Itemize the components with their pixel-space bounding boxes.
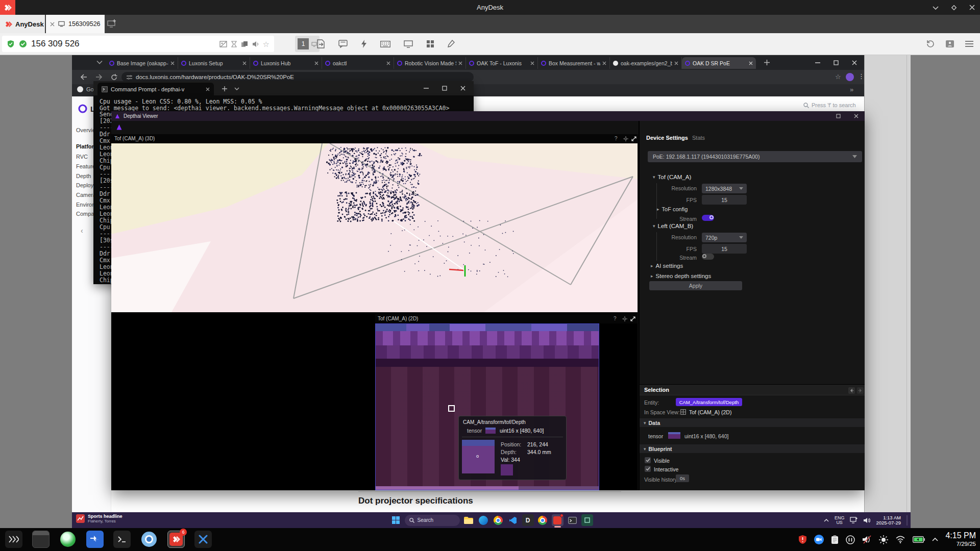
browser-close-icon[interactable] bbox=[852, 60, 857, 65]
host-battery-icon[interactable] bbox=[913, 536, 925, 543]
host-console[interactable] bbox=[113, 531, 131, 548]
tab-close-icon[interactable] bbox=[386, 61, 390, 65]
left-stream-toggle[interactable] bbox=[702, 254, 714, 260]
tray-clock-date[interactable]: 2025-07-29 bbox=[876, 520, 901, 525]
browser-tab[interactable]: Robotic Vision Made Simple bbox=[394, 57, 466, 69]
apply-button[interactable]: Apply bbox=[649, 281, 742, 290]
ai-settings-expander[interactable]: ▸ AI settings bbox=[651, 263, 683, 269]
tab-close-icon[interactable] bbox=[170, 61, 175, 65]
taskbar-d-app[interactable]: D bbox=[522, 514, 534, 526]
tab-close-icon[interactable] bbox=[458, 61, 462, 65]
host-x-app[interactable] bbox=[194, 531, 212, 548]
terminal-new-tab-icon[interactable] bbox=[222, 86, 227, 91]
taskbar-active-red-app[interactable] bbox=[552, 514, 564, 526]
panel-expand-icon[interactable] bbox=[630, 316, 635, 321]
browser-tab-active[interactable]: OAK D SR PoE bbox=[682, 57, 756, 69]
session-tab[interactable]: 156309526 bbox=[46, 15, 105, 33]
selection-forward-icon[interactable] bbox=[857, 387, 864, 394]
host-wifi-icon[interactable] bbox=[895, 536, 905, 543]
sidebar-collapse-icon[interactable]: ‹ bbox=[81, 227, 83, 235]
taskbar-terminal[interactable] bbox=[567, 514, 578, 526]
host-remmina[interactable] bbox=[86, 531, 104, 548]
tab-stats[interactable]: Stats bbox=[692, 135, 705, 141]
tof-resolution-dropdown[interactable]: 1280x3848 bbox=[702, 184, 747, 193]
browser-tab[interactable]: Luxonis Setup bbox=[178, 57, 250, 69]
host-tray-chevron-icon[interactable] bbox=[932, 538, 938, 541]
host-clipboard-icon[interactable] bbox=[831, 535, 839, 544]
taskbar-chrome[interactable] bbox=[493, 514, 504, 526]
tray-chevron-up-icon[interactable] bbox=[824, 519, 829, 522]
browser-tab[interactable]: Base Image (oakapp-base) bbox=[106, 57, 178, 69]
host-chromium[interactable] bbox=[140, 531, 158, 548]
viewer-close-icon[interactable] bbox=[854, 114, 859, 118]
whiteboard-pen-icon[interactable] bbox=[448, 40, 455, 48]
taskbar-explorer[interactable] bbox=[463, 514, 475, 526]
show-desktop-sliver[interactable] bbox=[906, 515, 908, 525]
left-section-header[interactable]: ▾ Left (CAM_B) bbox=[653, 223, 693, 229]
interactive-checkbox[interactable] bbox=[645, 466, 651, 472]
screenshot-permission-icon[interactable] bbox=[219, 41, 227, 47]
panel-expand-icon[interactable] bbox=[631, 136, 636, 141]
panel-settings-icon[interactable] bbox=[622, 316, 627, 321]
terminal-tab-dropdown-icon[interactable] bbox=[234, 87, 239, 90]
tab-close-icon[interactable] bbox=[749, 61, 753, 65]
window-minimize-icon[interactable] bbox=[933, 6, 939, 10]
viewer-maximize-icon[interactable] bbox=[836, 114, 841, 118]
tof-stream-toggle[interactable] bbox=[702, 215, 714, 221]
browser-minimize-icon[interactable] bbox=[815, 62, 820, 63]
window-close-icon[interactable] bbox=[969, 5, 975, 10]
taskbar-extra-app[interactable] bbox=[581, 514, 593, 526]
visible-history-value[interactable]: 0s bbox=[676, 474, 689, 482]
terminal-close-icon[interactable] bbox=[460, 86, 465, 91]
audio-permission-icon[interactable] bbox=[252, 41, 259, 47]
actions-bolt-icon[interactable] bbox=[361, 39, 367, 48]
news-widget[interactable]: Sports headline Flaherty, Torres bbox=[76, 514, 122, 523]
entity-chip[interactable]: CAM_A/transform/tof/Depth bbox=[676, 398, 742, 406]
host-security-shield-icon[interactable] bbox=[798, 535, 807, 544]
browser-tab[interactable]: oak-examples/gen2_box_meas bbox=[610, 57, 682, 69]
reload-icon[interactable] bbox=[111, 74, 117, 81]
host-anydesk-active[interactable]: 6 bbox=[167, 531, 185, 548]
left-resolution-dropdown[interactable]: 720p bbox=[702, 233, 747, 242]
tray-volume-icon[interactable] bbox=[863, 517, 870, 523]
panel-settings-icon[interactable] bbox=[623, 136, 628, 141]
new-session-button[interactable] bbox=[107, 19, 116, 29]
tof-fps-input[interactable]: 15 bbox=[702, 195, 747, 205]
stereo-settings-expander[interactable]: ▸ Stereo depth settings bbox=[651, 273, 711, 279]
terminal-tab-close-icon[interactable] bbox=[206, 87, 210, 91]
bookmarks-overflow-icon[interactable]: » bbox=[850, 86, 853, 93]
favorite-star-icon[interactable]: ☆ bbox=[263, 40, 270, 48]
address-book-icon[interactable] bbox=[945, 40, 954, 48]
taskbar-vscode[interactable] bbox=[507, 514, 519, 526]
taskbar-edge[interactable] bbox=[478, 514, 489, 526]
new-tab-icon[interactable] bbox=[764, 60, 770, 65]
tof-config-expander[interactable]: ▸ ToF config bbox=[657, 206, 688, 212]
bookmark-star-icon[interactable]: ☆ bbox=[835, 73, 841, 81]
session-tab-close-icon[interactable] bbox=[50, 22, 55, 27]
browser-menu-icon[interactable]: ⋮ bbox=[858, 72, 865, 80]
host-clock-time[interactable]: 4:15 PM bbox=[945, 531, 976, 540]
tof-section-header[interactable]: ▾ Tof (CAM_A) bbox=[653, 174, 691, 180]
left-fps-input[interactable]: 15 bbox=[702, 244, 747, 254]
space-view-value[interactable]: Tof (CAM_A) (2D) bbox=[689, 409, 731, 415]
selection-back-icon[interactable] bbox=[848, 387, 855, 394]
panel-help-icon[interactable]: ? bbox=[615, 136, 618, 141]
site-settings-icon[interactable] bbox=[127, 74, 132, 80]
start-button[interactable] bbox=[390, 514, 402, 526]
monitor-1-button[interactable]: 1 bbox=[298, 38, 309, 49]
anydesk-brand-tab[interactable]: AnyDesk bbox=[0, 15, 45, 33]
tab-close-icon[interactable] bbox=[530, 61, 534, 65]
taskbar-chrome-2[interactable] bbox=[537, 514, 549, 526]
data-section-header[interactable]: ▾ Data bbox=[640, 418, 865, 427]
host-clock-date[interactable]: 7/29/25 bbox=[945, 540, 976, 548]
file-transfer-permission-icon[interactable] bbox=[241, 41, 248, 47]
browser-tab[interactable]: oakctl bbox=[322, 57, 394, 69]
host-volume-muted-icon[interactable] bbox=[862, 535, 872, 544]
browser-tab[interactable]: Box Measurement - with AI and bbox=[538, 57, 610, 69]
taskbar-search[interactable]: Search bbox=[405, 515, 460, 526]
window-restore-icon[interactable] bbox=[951, 5, 957, 11]
device-dropdown[interactable]: PoE: 192.168.1.117 (19443010319E775A00) bbox=[648, 151, 862, 162]
windows-grid-icon[interactable] bbox=[426, 40, 434, 48]
browser-tab[interactable]: OAK ToF - Luxonis bbox=[466, 57, 538, 69]
browser-maximize-icon[interactable] bbox=[834, 60, 839, 65]
